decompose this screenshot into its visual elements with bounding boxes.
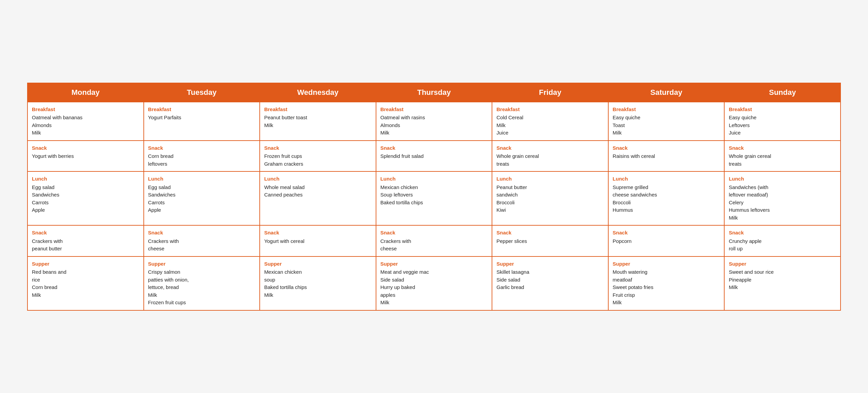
meal-items: Egg saladSandwichesCarrotsApple: [148, 184, 256, 214]
meal-label: Breakfast: [496, 106, 604, 113]
meal-cell-r0-c3: BreakfastOatmeal with rasinsAlmondsMilk: [376, 102, 492, 141]
meal-cell-r0-c5: BreakfastEasy quicheToastMilk: [608, 102, 725, 141]
meal-items: Pepper slices: [496, 237, 604, 245]
meal-items: Popcorn: [613, 237, 720, 245]
meal-label: Lunch: [496, 175, 604, 183]
meal-items: Raisins with cereal: [613, 152, 720, 160]
meal-items: Oatmeal with bananasAlmondsMilk: [32, 114, 139, 137]
header-day-friday: Friday: [492, 83, 608, 102]
meal-cell-r3-c0: SnackCrackers withpeanut butter: [27, 225, 144, 256]
meal-label: Supper: [148, 260, 256, 268]
meal-cell-r0-c1: BreakfastYogurt Parfaits: [144, 102, 260, 141]
meal-cell-r3-c1: SnackCrackers withcheese: [144, 225, 260, 256]
meal-items: Yogurt Parfaits: [148, 114, 256, 122]
meal-label: Lunch: [380, 175, 488, 183]
meal-label: Breakfast: [264, 106, 372, 113]
meal-label: Supper: [264, 260, 372, 268]
meal-cell-r4-c2: SupperMexican chickensoupBaked tortilla …: [260, 256, 376, 310]
meal-items: Whole meal saladCanned peaches: [264, 184, 372, 199]
meal-cell-r1-c6: SnackWhole grain cerealtreats: [724, 141, 841, 172]
meal-items: Frozen fruit cupsGraham crackers: [264, 152, 372, 168]
meal-cell-r3-c4: SnackPepper slices: [492, 225, 608, 256]
meal-cell-r1-c2: SnackFrozen fruit cupsGraham crackers: [260, 141, 376, 172]
meal-items: Sandwiches (withleftover meatloaf)Celery…: [729, 184, 836, 222]
meal-label: Supper: [613, 260, 720, 268]
meal-label: Snack: [264, 144, 372, 152]
meal-items: Mexican chickensoupBaked tortilla chipsM…: [264, 268, 372, 299]
meal-items: Crunchy appleroll up: [729, 237, 836, 253]
meal-cell-r2-c2: LunchWhole meal saladCanned peaches: [260, 171, 376, 225]
meal-cell-r3-c5: SnackPopcorn: [608, 225, 725, 256]
meal-items: Crackers withcheese: [380, 237, 488, 253]
meal-label: Snack: [613, 144, 720, 152]
meal-cell-r0-c2: BreakfastPeanut butter toastMilk: [260, 102, 376, 141]
meal-label: Snack: [496, 229, 604, 237]
meal-label: Snack: [148, 144, 256, 152]
meal-items: Mexican chickenSoup leftoversBaked torti…: [380, 184, 488, 207]
meal-label: Snack: [264, 229, 372, 237]
meal-label: Supper: [496, 260, 604, 268]
header-day-thursday: Thursday: [376, 83, 492, 102]
meal-items: Peanut buttersandwichBroccoliKiwi: [496, 184, 604, 214]
header-day-saturday: Saturday: [608, 83, 725, 102]
meal-label: Snack: [729, 144, 836, 152]
meal-items: Cold CerealMilkJuice: [496, 114, 604, 137]
meal-cell-r4-c3: SupperMeat and veggie macSide saladHurry…: [376, 256, 492, 310]
meal-label: Lunch: [264, 175, 372, 183]
meal-cell-r2-c0: LunchEgg saladSandwichesCarrotsApple: [27, 171, 144, 225]
meal-cell-r1-c0: SnackYogurt with berries: [27, 141, 144, 172]
meal-label: Breakfast: [613, 106, 720, 113]
header-day-monday: Monday: [27, 83, 144, 102]
meal-cell-r4-c0: SupperRed beans andriceCorn breadMilk: [27, 256, 144, 310]
meal-label: Snack: [148, 229, 256, 237]
meal-label: Snack: [729, 229, 836, 237]
meal-items: Oatmeal with rasinsAlmondsMilk: [380, 114, 488, 137]
meal-items: Splendid fruit salad: [380, 152, 488, 160]
meal-label: Lunch: [729, 175, 836, 183]
header-day-sunday: Sunday: [724, 83, 841, 102]
meal-label: Lunch: [613, 175, 720, 183]
meal-cell-r4-c5: SupperMouth wateringmeatloafSweet potato…: [608, 256, 725, 310]
meal-label: Supper: [380, 260, 488, 268]
meal-label: Snack: [613, 229, 720, 237]
meal-items: Crispy salmonpatties with onion,lettuce,…: [148, 268, 256, 307]
meal-label: Breakfast: [148, 106, 256, 113]
meal-label: Snack: [496, 144, 604, 152]
meal-cell-r3-c2: SnackYogurt with cereal: [260, 225, 376, 256]
header-day-wednesday: Wednesday: [260, 83, 376, 102]
meal-items: Crackers withcheese: [148, 237, 256, 253]
meal-plan-table: MondayTuesdayWednesdayThursdayFridaySatu…: [27, 83, 841, 311]
meal-items: Crackers withpeanut butter: [32, 237, 139, 253]
meal-cell-r4-c4: SupperSkillet lasagnaSide saladGarlic br…: [492, 256, 608, 310]
meal-label: Breakfast: [32, 106, 139, 113]
meal-cell-r2-c3: LunchMexican chickenSoup leftoversBaked …: [376, 171, 492, 225]
meal-cell-r2-c1: LunchEgg saladSandwichesCarrotsApple: [144, 171, 260, 225]
meal-label: Lunch: [148, 175, 256, 183]
meal-items: Peanut butter toastMilk: [264, 114, 372, 129]
meal-label: Breakfast: [380, 106, 488, 113]
meal-cell-r1-c5: SnackRaisins with cereal: [608, 141, 725, 172]
meal-items: Whole grain cerealtreats: [496, 152, 604, 168]
meal-items: Mouth wateringmeatloafSweet potato fries…: [613, 268, 720, 307]
meal-items: Meat and veggie macSide saladHurry up ba…: [380, 268, 488, 307]
meal-label: Snack: [32, 229, 139, 237]
meal-items: Sweet and sour ricePineappleMilk: [729, 268, 836, 291]
meal-cell-r3-c6: SnackCrunchy appleroll up: [724, 225, 841, 256]
meal-items: Yogurt with berries: [32, 152, 139, 160]
meal-cell-r4-c1: SupperCrispy salmonpatties with onion,le…: [144, 256, 260, 310]
meal-row-4: SupperRed beans andriceCorn breadMilkSup…: [27, 256, 841, 310]
meal-cell-r1-c1: SnackCorn breadleftovers: [144, 141, 260, 172]
meal-items: Easy quicheToastMilk: [613, 114, 720, 137]
meal-items: Egg saladSandwichesCarrotsApple: [32, 184, 139, 214]
meal-label: Supper: [32, 260, 139, 268]
meal-items: Whole grain cerealtreats: [729, 152, 836, 168]
meal-row-3: SnackCrackers withpeanut butterSnackCrac…: [27, 225, 841, 256]
meal-cell-r1-c3: SnackSplendid fruit salad: [376, 141, 492, 172]
meal-row-0: BreakfastOatmeal with bananasAlmondsMilk…: [27, 102, 841, 141]
meal-items: Yogurt with cereal: [264, 237, 372, 245]
meal-items: Red beans andriceCorn breadMilk: [32, 268, 139, 299]
meal-label: Snack: [32, 144, 139, 152]
meal-label: Snack: [380, 229, 488, 237]
meal-cell-r0-c0: BreakfastOatmeal with bananasAlmondsMilk: [27, 102, 144, 141]
meal-cell-r2-c6: LunchSandwiches (withleftover meatloaf)C…: [724, 171, 841, 225]
